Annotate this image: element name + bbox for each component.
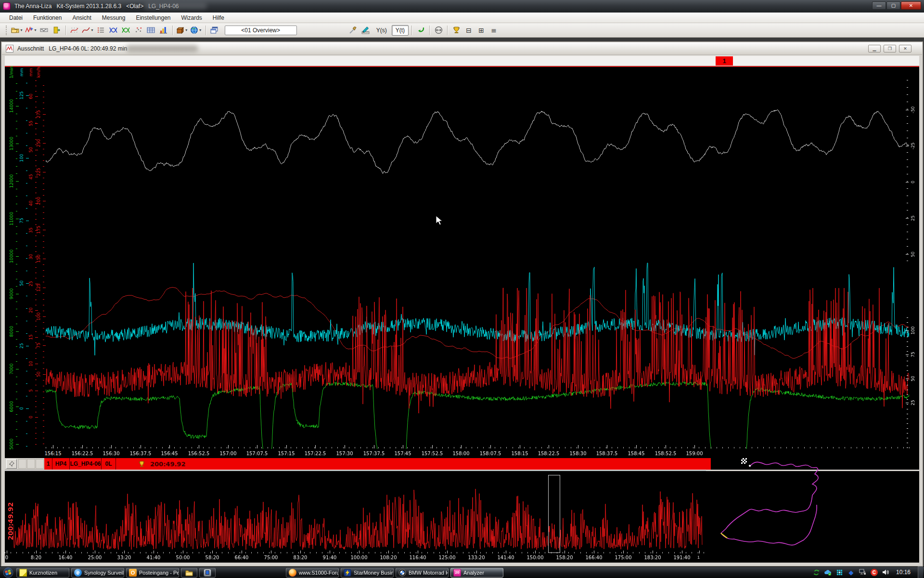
volume-icon[interactable] (882, 568, 890, 577)
axis-tick (16, 421, 17, 422)
taskbar-button-posteingang-pers[interactable]: OPosteingang - Persö... (126, 568, 179, 578)
toolbar-button-edit-scale[interactable] (360, 25, 372, 36)
toolbar-button-curve-grid[interactable] (69, 25, 80, 36)
cursor-cell-0l[interactable]: 0L (102, 458, 116, 470)
axis-tick (906, 146, 909, 146)
axis-tick (146, 552, 146, 553)
cursor-time-value: 200:49.92 (150, 460, 185, 468)
cursor-cell-lg_hp4-06[interactable]: LG_HP4-06 (70, 458, 102, 470)
toolbar-button-curve[interactable]: ▼ (81, 25, 94, 36)
toolbar-button-open[interactable]: ▼ (11, 25, 24, 36)
taskbar-button-explorer-folder[interactable] (181, 568, 197, 578)
toolbar-button-online[interactable]: ▼ (190, 25, 203, 36)
view-selector[interactable]: <01 Overview> (225, 26, 297, 35)
cloud-icon[interactable] (824, 568, 832, 577)
child-close-button[interactable]: ✕ (899, 45, 911, 53)
taskbar-button-kurznotizen[interactable]: Kurznotizen (16, 568, 69, 578)
axis-tick (35, 224, 37, 225)
axis-tick (475, 552, 475, 553)
security-icon[interactable]: C (870, 568, 878, 577)
overview-x-label: 8:20 (21, 555, 51, 560)
toolbar-button-align-lines[interactable]: ≡ (488, 25, 500, 36)
cursor-cell-1[interactable]: 1 (44, 458, 52, 470)
toolbar-button-zoom-in[interactable]: ⊞ (475, 25, 487, 36)
app-minimize-button[interactable]: — (872, 1, 886, 10)
toolbar-button-undo[interactable] (415, 25, 426, 36)
menu-messung[interactable]: Messung (98, 13, 130, 22)
page-tag[interactable]: 1 (716, 56, 733, 66)
axis-tick (907, 224, 908, 225)
menu-einstellungen[interactable]: Einstellungen (131, 13, 175, 22)
app-close-button[interactable]: ✕ (901, 1, 921, 10)
axis-tick (111, 552, 111, 553)
axis-tick (616, 552, 616, 553)
child-restore-button[interactable]: ❐ (884, 45, 896, 53)
axis-tick (122, 447, 122, 448)
axis-tick (296, 447, 297, 448)
show-desktop-button[interactable] (918, 566, 923, 578)
best-lap-trophy-icon (452, 26, 461, 34)
overview-selection-box[interactable] (548, 475, 560, 553)
track-map[interactable] (707, 455, 922, 561)
remote-grid-icon[interactable] (835, 568, 844, 577)
axis-tick (110, 447, 110, 448)
taskbar-button-synology-surveillanc[interactable]: eSynology Surveillanc... (71, 568, 124, 578)
axis-tick (699, 447, 699, 448)
axis-tick (810, 447, 810, 448)
taskbar-button-media-device[interactable] (199, 568, 216, 578)
cursor-cell-hp4[interactable]: HP4 (52, 458, 70, 470)
toolbar-button-section-tool[interactable] (347, 25, 359, 36)
x-axis-label: 158:07.5 (475, 451, 506, 456)
menu-ansicht[interactable]: Ansicht (68, 13, 95, 22)
taskbar-button-analyzer[interactable]: 20Analyzer (450, 568, 503, 578)
start-button[interactable] (0, 567, 16, 578)
axis-tick (310, 552, 310, 553)
toolbar-button-wave[interactable] (38, 25, 50, 36)
gem-icon[interactable]: ◆ (847, 568, 855, 577)
network-icon (859, 568, 866, 576)
child-minimize-button[interactable]: ▁ (868, 45, 881, 53)
taskbar-button-bmw-motorrad-hp-r[interactable]: BMW Motorrad HP R... (396, 568, 449, 578)
toolbar-button-best-lap-trophy[interactable] (450, 25, 462, 36)
toolbar-button-yt[interactable]: Y(t) (392, 25, 409, 36)
menu-datei[interactable]: Datei (5, 13, 27, 22)
axis-tick (16, 392, 17, 392)
toolbar-button-ys[interactable]: Y(s) (372, 25, 391, 36)
open-icon (11, 26, 19, 34)
axis-tick (457, 552, 457, 553)
main-chart-canvas[interactable] (46, 67, 910, 449)
toolbar-button-histogram[interactable] (158, 25, 169, 36)
network-icon[interactable] (859, 568, 867, 577)
toolbar-button-table[interactable] (145, 25, 157, 36)
overview-canvas[interactable] (13, 474, 703, 553)
cursor-info-bar[interactable]: 200:49.92 1HP4LG_HP4-060L (44, 458, 711, 470)
toolbar-button-zoom-out[interactable]: ⊟ (463, 25, 475, 36)
toolbar-button-new-measurement[interactable]: ▼ (25, 25, 38, 36)
toolbar-button-compare-curves-green[interactable] (120, 25, 132, 36)
axis-tick (26, 233, 27, 234)
menu-hilfe[interactable]: Hilfe (208, 13, 229, 22)
sync-icon[interactable] (812, 568, 821, 577)
axis-tick (232, 447, 233, 448)
toolbar-button-compare-curves-blue[interactable] (108, 25, 119, 36)
axis-tick (594, 447, 594, 448)
taskbar-clock[interactable]: 10:16 (896, 569, 911, 576)
taskbar-button-www-s1000-forum-d[interactable]: www.S1000-Forum.d... (286, 568, 339, 578)
axis-tick (416, 552, 416, 553)
toolbar-button-scatter[interactable] (133, 25, 144, 36)
toolbar-button-window-cascade[interactable] (209, 25, 220, 36)
taskbar-button-starmoney-business-7[interactable]: StarMoney Business 7 (341, 568, 394, 578)
axis-tick (187, 552, 187, 553)
toolbar-button-channel-list[interactable] (95, 25, 107, 36)
menu-funktionen[interactable]: Funktionen (29, 13, 66, 22)
app-maximize-button[interactable]: ▢ (886, 1, 900, 10)
axis-tick (711, 447, 711, 448)
menu-wizards[interactable]: Wizards (177, 13, 206, 22)
axis-tick (559, 447, 560, 448)
toolbar-button-fit-width[interactable] (433, 25, 444, 36)
axis-tick (839, 447, 839, 448)
toolbar-button-exit[interactable] (51, 25, 63, 36)
axis-tick (245, 552, 246, 553)
toolbar-button-datalogger[interactable]: ▼ (176, 25, 189, 36)
pin-button[interactable] (6, 459, 17, 469)
